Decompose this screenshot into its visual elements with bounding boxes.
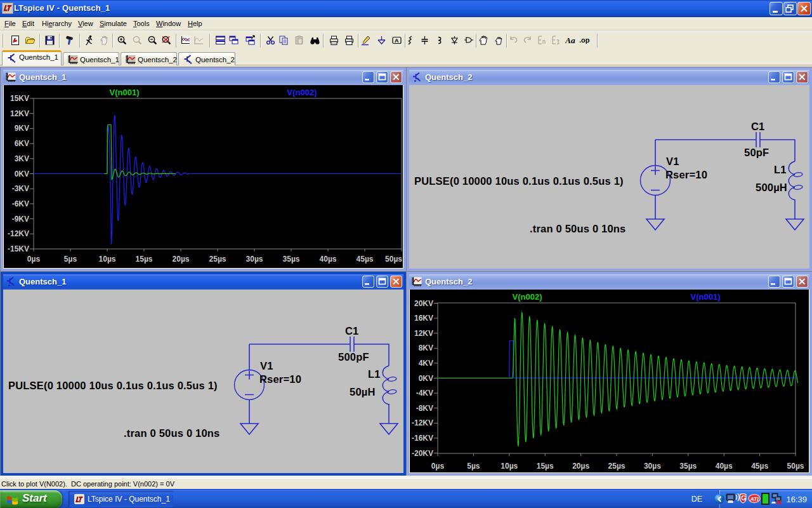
svg-text:0µs: 0µs — [27, 255, 41, 264]
svg-text:Rser=10: Rser=10 — [259, 373, 301, 385]
svg-text:15µs: 15µs — [136, 255, 153, 264]
svg-text:20KV: 20KV — [414, 299, 433, 308]
svg-text:A: A — [395, 37, 399, 44]
svg-text:4KV: 4KV — [419, 359, 433, 368]
svg-text:.op: .op — [579, 36, 590, 44]
svg-text:-15KV: -15KV — [8, 244, 29, 253]
svg-text:V1: V1 — [260, 360, 273, 371]
svg-text:25µs: 25µs — [608, 462, 625, 471]
svg-text:Rser=10: Rser=10 — [665, 169, 707, 180]
svg-text:V(n001): V(n001) — [110, 88, 140, 97]
svg-text:-16KV: -16KV — [412, 434, 433, 443]
svg-text:Aa: Aa — [565, 36, 575, 45]
svg-text:0µs: 0µs — [431, 462, 445, 471]
svg-text:10µs: 10µs — [99, 255, 116, 264]
svg-text:35µs: 35µs — [679, 462, 697, 471]
svg-text:500pF: 500pF — [338, 351, 369, 363]
svg-text:500µH: 500µH — [756, 182, 787, 193]
svg-text:20µs: 20µs — [173, 255, 190, 264]
svg-text:.tran 0 50us 0 10ns: .tran 0 50us 0 10ns — [530, 223, 625, 234]
svg-text:0KV: 0KV — [15, 170, 29, 178]
svg-text:40µs: 40µs — [320, 255, 337, 264]
svg-text:V1: V1 — [666, 156, 679, 167]
svg-text:-12KV: -12KV — [8, 229, 29, 238]
svg-text:12KV: 12KV — [10, 109, 29, 118]
svg-text:45µs: 45µs — [751, 462, 768, 471]
svg-text:15KV: 15KV — [10, 94, 29, 103]
svg-text:-9KV: -9KV — [12, 215, 29, 224]
svg-text:5µs: 5µs — [467, 462, 480, 471]
svg-text:V(n001): V(n001) — [691, 292, 721, 302]
svg-text:L1: L1 — [774, 164, 787, 175]
svg-text:50µH: 50µH — [350, 386, 376, 398]
svg-text:-3KV: -3KV — [12, 184, 29, 193]
svg-text:50µs: 50µs — [385, 255, 402, 264]
svg-text:50µs: 50µs — [787, 462, 804, 471]
svg-text:-20KV: -20KV — [412, 449, 433, 458]
svg-text:.tran 0 50us 0 10ns: .tran 0 50us 0 10ns — [124, 427, 219, 439]
svg-text:6KV: 6KV — [15, 139, 29, 148]
svg-text:-4KV: -4KV — [416, 389, 433, 398]
svg-text:10µs: 10µs — [501, 462, 518, 471]
svg-text:V(n002): V(n002) — [513, 292, 542, 302]
svg-text:0KV: 0KV — [419, 374, 433, 383]
svg-text:40µs: 40µs — [716, 462, 733, 471]
svg-text:50pF: 50pF — [744, 147, 769, 158]
svg-text:30µs: 30µs — [246, 255, 263, 264]
svg-text:C1: C1 — [345, 325, 359, 337]
svg-text:15µs: 15µs — [537, 462, 554, 471]
svg-text:C1: C1 — [751, 121, 765, 132]
svg-text:-6KV: -6KV — [12, 199, 29, 208]
svg-text:V(n002): V(n002) — [287, 88, 317, 97]
svg-text:3KV: 3KV — [15, 154, 29, 163]
svg-text:25µs: 25µs — [209, 255, 226, 264]
svg-text:L1: L1 — [368, 368, 381, 380]
svg-text:PULSE(0 10000 10us 0.1us 0.1us: PULSE(0 10000 10us 0.1us 0.1us 0.5us 1) — [414, 175, 624, 187]
svg-text:16KV: 16KV — [414, 314, 433, 323]
svg-text:G: G — [741, 495, 746, 502]
svg-text:9KV: 9KV — [15, 124, 29, 133]
svg-text:30µs: 30µs — [644, 462, 661, 471]
svg-text:20µs: 20µs — [572, 462, 589, 471]
svg-text:-8KV: -8KV — [416, 404, 433, 413]
svg-text:45µs: 45µs — [357, 255, 374, 264]
svg-text:12KV: 12KV — [414, 329, 433, 338]
svg-text:ATI: ATI — [750, 496, 759, 502]
svg-text:5µs: 5µs — [64, 255, 77, 264]
svg-text:35µs: 35µs — [283, 255, 300, 264]
svg-text:PULSE(0 10000 10us 0.1us 0.1us: PULSE(0 10000 10us 0.1us 0.1us 0.5us 1) — [8, 380, 218, 391]
svg-text:8KV: 8KV — [419, 344, 433, 352]
svg-text:-12KV: -12KV — [412, 418, 433, 427]
